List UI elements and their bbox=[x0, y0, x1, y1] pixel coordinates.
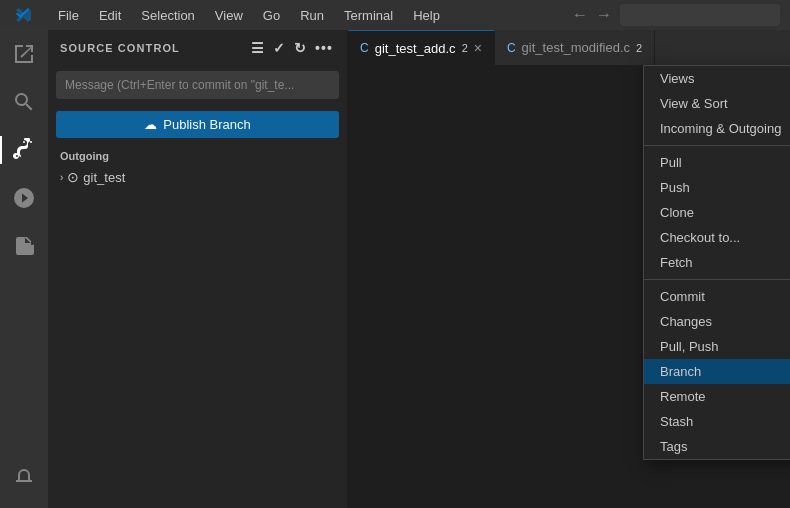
menu-item-push[interactable]: Push bbox=[644, 175, 790, 200]
menu-item-commit[interactable]: Commit › bbox=[644, 284, 790, 309]
menu-item-checkout[interactable]: Checkout to... bbox=[644, 225, 790, 250]
check-icon[interactable]: ✓ bbox=[271, 38, 288, 58]
tab-close-icon[interactable]: × bbox=[474, 40, 482, 56]
tab-git-test-add[interactable]: C git_test_add.c 2 × bbox=[348, 30, 495, 65]
menu-bar: File Edit Selection View Go Run Terminal… bbox=[48, 0, 572, 30]
separator-1 bbox=[644, 145, 790, 146]
refresh-icon[interactable]: ↻ bbox=[292, 38, 309, 58]
vscode-logo bbox=[0, 0, 48, 30]
activity-bar bbox=[0, 30, 48, 508]
menu-item-pull[interactable]: Pull bbox=[644, 150, 790, 175]
activity-search[interactable] bbox=[0, 78, 48, 126]
menu-go[interactable]: Go bbox=[253, 0, 290, 30]
outgoing-label: Outgoing bbox=[48, 144, 347, 166]
publish-branch-button[interactable]: ☁ Publish Branch bbox=[56, 111, 339, 138]
c-file-icon: C bbox=[360, 41, 369, 55]
list-view-icon[interactable]: ☰ bbox=[249, 38, 267, 58]
more-actions-icon[interactable]: ••• bbox=[313, 38, 335, 58]
context-menu-overlay[interactable]: Views › View & Sort › Incoming & Outgoin… bbox=[348, 65, 790, 508]
source-control-header: SOURCE CONTROL ☰ ✓ ↻ ••• bbox=[48, 30, 347, 65]
c-file-icon-2: C bbox=[507, 41, 516, 55]
menu-file[interactable]: File bbox=[48, 0, 89, 30]
tab-bar: C git_test_add.c 2 × C git_test_modified… bbox=[348, 30, 790, 65]
menu-item-branch[interactable]: Branch › Merge... Rebase Branch... Creat… bbox=[644, 359, 790, 384]
repo-icon: ⊙ bbox=[67, 169, 79, 185]
activity-run-debug[interactable] bbox=[0, 174, 48, 222]
expand-icon: › bbox=[60, 172, 63, 183]
activity-extensions[interactable] bbox=[0, 222, 48, 270]
nav-back[interactable]: ← bbox=[572, 6, 588, 24]
menu-item-fetch[interactable]: Fetch bbox=[644, 250, 790, 275]
menu-item-clone[interactable]: Clone bbox=[644, 200, 790, 225]
commit-message-input[interactable]: Message (Ctrl+Enter to commit on "git_te… bbox=[56, 71, 339, 99]
command-palette[interactable] bbox=[620, 4, 780, 26]
separator-2 bbox=[644, 279, 790, 280]
tab-filename-2: git_test_modified.c bbox=[522, 40, 630, 55]
nav-forward[interactable]: → bbox=[596, 6, 612, 24]
menu-help[interactable]: Help bbox=[403, 0, 450, 30]
menu-terminal[interactable]: Terminal bbox=[334, 0, 403, 30]
menu-selection[interactable]: Selection bbox=[131, 0, 204, 30]
menu-item-changes[interactable]: Changes › bbox=[644, 309, 790, 334]
menu-item-stash[interactable]: Stash › bbox=[644, 409, 790, 434]
repo-row[interactable]: › ⊙ git_test bbox=[48, 166, 347, 188]
tab-filename: git_test_add.c bbox=[375, 41, 456, 56]
menu-item-incoming-outgoing[interactable]: Incoming & Outgoing › bbox=[644, 116, 790, 141]
activity-bar-bottom bbox=[0, 452, 48, 508]
header-actions: ☰ ✓ ↻ ••• bbox=[249, 38, 335, 58]
menu-run[interactable]: Run bbox=[290, 0, 334, 30]
tab-git-test-modified[interactable]: C git_test_modified.c 2 bbox=[495, 30, 655, 65]
tab-badge-2: 2 bbox=[636, 42, 642, 54]
tab-badge: 2 bbox=[462, 42, 468, 54]
menu-item-remote[interactable]: Remote › bbox=[644, 384, 790, 409]
cloud-icon: ☁ bbox=[144, 117, 157, 132]
sidebar: SOURCE CONTROL ☰ ✓ ↻ ••• Message (Ctrl+E… bbox=[48, 30, 348, 508]
activity-source-control[interactable] bbox=[0, 126, 48, 174]
activity-explorer[interactable] bbox=[0, 30, 48, 78]
main-layout: SOURCE CONTROL ☰ ✓ ↻ ••• Message (Ctrl+E… bbox=[0, 30, 790, 508]
menu-item-views[interactable]: Views › bbox=[644, 66, 790, 91]
menu-edit[interactable]: Edit bbox=[89, 0, 131, 30]
nav-buttons: ← → bbox=[572, 4, 790, 26]
menu-view[interactable]: View bbox=[205, 0, 253, 30]
menu-item-pull-push[interactable]: Pull, Push › bbox=[644, 334, 790, 359]
activity-remote[interactable] bbox=[0, 452, 48, 500]
menu-item-tags[interactable]: Tags › bbox=[644, 434, 790, 459]
titlebar: File Edit Selection View Go Run Terminal… bbox=[0, 0, 790, 30]
editor-area: C git_test_add.c 2 × C git_test_modified… bbox=[348, 30, 790, 508]
repo-name: git_test bbox=[83, 170, 125, 185]
source-control-context-menu: Views › View & Sort › Incoming & Outgoin… bbox=[643, 65, 790, 460]
menu-item-view-sort[interactable]: View & Sort › bbox=[644, 91, 790, 116]
